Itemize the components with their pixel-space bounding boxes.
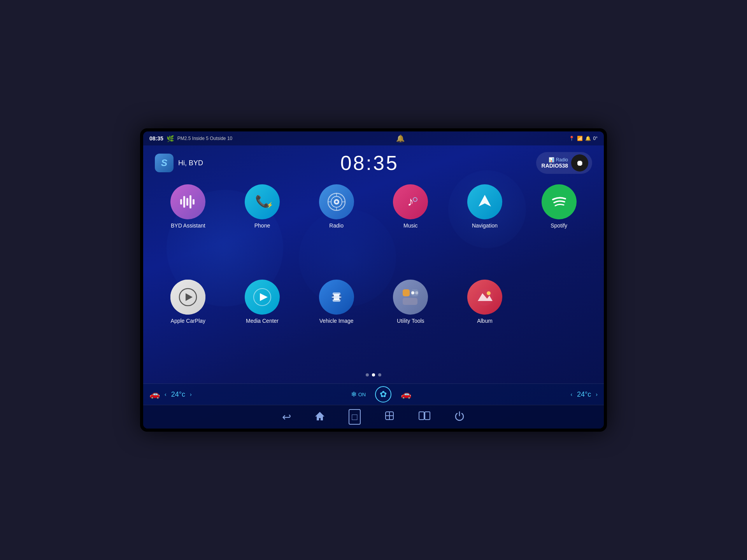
radio-label: 📊 Radio <box>549 157 568 163</box>
svg-point-28 <box>339 298 342 300</box>
page-dot-3[interactable] <box>378 373 381 376</box>
app-music[interactable]: ♪ Music <box>377 184 444 273</box>
app-carplay[interactable]: Apple CarPlay <box>155 280 221 369</box>
carplay-inner <box>170 280 205 315</box>
radio-info: 📊 Radio RADIO538 <box>542 157 568 169</box>
back-button[interactable]: ↩ <box>282 411 291 424</box>
app-media-center[interactable]: Media Center <box>229 280 296 369</box>
app-icon-spotify <box>542 184 577 219</box>
svg-point-32 <box>415 291 418 294</box>
fan-control[interactable]: ✿ <box>375 386 391 402</box>
climate-temp-left: 24°c <box>171 390 185 399</box>
equalizer-icon: 📊 <box>549 157 554 163</box>
climate-temp-left-down[interactable]: ‹ <box>165 391 167 397</box>
top-bar: S Hi, BYD 08:35 📊 Radio RADIO538 <box>155 149 592 177</box>
waveform-icon <box>178 192 198 212</box>
page-dot-2[interactable] <box>372 373 375 376</box>
screen-bezel: 08:35 🌿 PM2.5 Inside 5 Outside 10 🔔 📍 📶 … <box>140 128 607 432</box>
shortcut-button[interactable] <box>384 410 395 424</box>
app-icon-media-center <box>245 280 280 315</box>
recent-apps-button[interactable]: □ <box>349 409 361 425</box>
utility-tools-icon <box>400 287 421 307</box>
app-label-radio: Radio <box>329 222 344 229</box>
nav-bar: ↩ □ <box>143 405 604 429</box>
home-icon <box>314 410 325 421</box>
power-button[interactable] <box>454 410 465 424</box>
app-icon-vehicle-image <box>319 280 354 315</box>
app-grid: BYD Assistant 📞 ⚡ Phone <box>155 184 592 369</box>
air-quality-text: PM2.5 Inside 5 Outside 10 <box>177 136 232 141</box>
svg-rect-33 <box>403 298 417 305</box>
home-button[interactable] <box>314 410 325 424</box>
app-radio[interactable]: Radio <box>303 184 370 273</box>
temperature-status: 0° <box>593 136 598 141</box>
app-phone[interactable]: 📞 ⚡ Phone <box>229 184 296 273</box>
app-icon-utility-tools <box>393 280 428 315</box>
app-utility-tools[interactable]: Utility Tools <box>377 280 444 369</box>
radio-widget[interactable]: 📊 Radio RADIO538 ⏺ <box>536 152 592 174</box>
svg-point-25 <box>331 294 334 297</box>
climate-temp-right-down[interactable]: ‹ <box>570 391 572 397</box>
app-label-byd-assistant: BYD Assistant <box>171 222 205 229</box>
app-label-media-center: Media Center <box>246 318 279 324</box>
status-time: 08:35 <box>149 135 163 142</box>
shortcut-icon <box>384 410 395 421</box>
app-label-phone: Phone <box>254 222 270 229</box>
ac-icon: ❄ <box>351 390 357 399</box>
svg-point-10 <box>335 201 338 203</box>
location-icon: 📍 <box>569 136 575 141</box>
volume-icon: 🔔 <box>585 136 591 141</box>
spotify-icon <box>549 192 569 212</box>
ac-control[interactable]: ❄ ON <box>351 390 366 399</box>
app-vehicle-image[interactable]: Vehicle Image <box>303 280 370 369</box>
fan-blade-icon: ✿ <box>380 389 387 399</box>
svg-marker-17 <box>479 195 491 206</box>
svg-rect-0 <box>180 199 182 205</box>
app-icon-byd-assistant <box>170 184 205 219</box>
climate-temp-left-up[interactable]: › <box>190 391 192 397</box>
status-right: 📍 📶 🔔 0° <box>569 136 598 141</box>
app-album[interactable]: Album <box>452 280 518 369</box>
svg-point-26 <box>339 294 342 297</box>
climate-temp-right-up[interactable]: › <box>596 391 598 397</box>
carplay-play-icon <box>178 287 198 307</box>
clock-display: 08:35 <box>340 151 399 175</box>
greeting-section: S Hi, BYD <box>155 154 203 172</box>
page-dots <box>155 373 592 376</box>
empty-slot <box>526 280 592 369</box>
signal-icon: 📶 <box>577 136 583 141</box>
climate-left: 🚗 ‹ 24°c › <box>149 389 192 399</box>
radio-btn-icon: ⏺ <box>576 159 584 168</box>
svg-text:♪: ♪ <box>407 194 414 208</box>
svg-point-31 <box>411 291 414 294</box>
app-spotify[interactable]: Spotify <box>526 184 592 273</box>
svg-rect-4 <box>193 199 195 205</box>
power-icon <box>454 410 465 421</box>
svg-text:⚡: ⚡ <box>267 202 272 208</box>
app-label-utility-tools: Utility Tools <box>397 318 424 324</box>
split-screen-button[interactable] <box>418 410 431 424</box>
split-icon <box>418 410 431 421</box>
app-icon-phone: 📞 ⚡ <box>245 184 280 219</box>
app-label-carplay: Apple CarPlay <box>171 318 206 324</box>
ac-on-label: ON <box>358 392 366 397</box>
car-left-icon: 🚗 <box>149 389 160 399</box>
svg-rect-23 <box>333 292 340 296</box>
greeting-text: Hi, BYD <box>178 159 203 167</box>
app-label-album: Album <box>477 318 493 324</box>
app-byd-assistant[interactable]: BYD Assistant <box>155 184 221 273</box>
climate-bar: 🚗 ‹ 24°c › ❄ ON ✿ 🚗 ‹ 24°c › <box>143 383 604 405</box>
media-center-icon <box>252 287 272 307</box>
vehicle-icon <box>326 287 347 307</box>
app-navigation[interactable]: Navigation <box>452 184 518 273</box>
radio-icon-circle: ⏺ <box>571 154 588 172</box>
byd-logo: S <box>155 154 174 172</box>
climate-center: ❄ ON ✿ 🚗 <box>351 386 412 402</box>
page-dot-1[interactable] <box>366 373 369 376</box>
air-quality-icon: 🌿 <box>167 135 174 142</box>
album-icon <box>475 287 495 307</box>
app-label-spotify: Spotify <box>551 222 567 229</box>
svg-rect-1 <box>183 196 185 208</box>
app-icon-carplay <box>170 280 205 315</box>
climate-right: ‹ 24°c › <box>570 390 598 399</box>
